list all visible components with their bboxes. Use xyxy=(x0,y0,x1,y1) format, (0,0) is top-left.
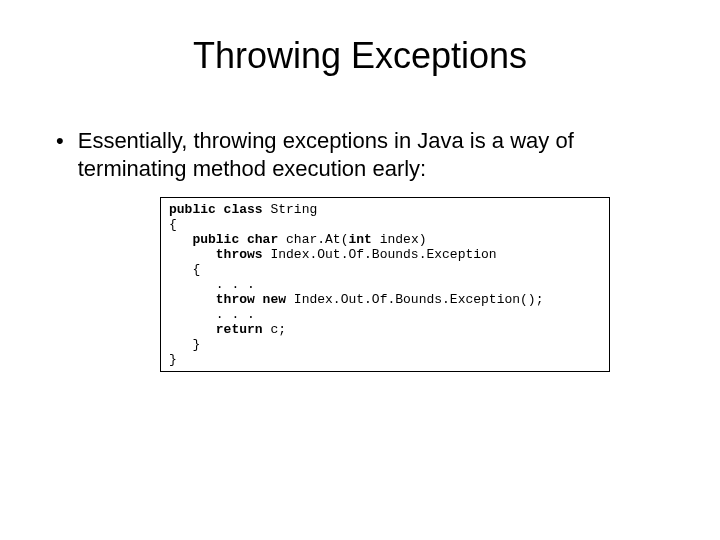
code-text: } xyxy=(169,337,200,352)
code-text: { xyxy=(169,217,177,232)
code-text: . . . xyxy=(169,277,255,292)
code-kw: public class xyxy=(169,202,270,217)
code-kw: int xyxy=(348,232,379,247)
code-kw: throws xyxy=(169,247,270,262)
code-text: index) xyxy=(380,232,427,247)
code-text: Index.Out.Of.Bounds.Exception xyxy=(270,247,496,262)
bullet-dot-icon: • xyxy=(56,127,64,155)
bullet-text: Essentially, throwing exceptions in Java… xyxy=(78,127,670,183)
code-kw: throw new xyxy=(169,292,294,307)
code-block: public class String { public char char.A… xyxy=(160,197,610,372)
code-kw: return xyxy=(169,322,270,337)
code-text: . . . xyxy=(169,307,255,322)
code-kw: public char xyxy=(169,232,286,247)
code-text: c; xyxy=(270,322,286,337)
code-text: } xyxy=(169,352,177,367)
slide: Throwing Exceptions • Essentially, throw… xyxy=(0,0,720,540)
slide-title: Throwing Exceptions xyxy=(50,35,670,77)
code-text: { xyxy=(169,262,200,277)
code-text: Index.Out.Of.Bounds.Exception(); xyxy=(294,292,544,307)
bullet-item: • Essentially, throwing exceptions in Ja… xyxy=(56,127,670,183)
code-text: char.At( xyxy=(286,232,348,247)
code-text: String xyxy=(270,202,317,217)
